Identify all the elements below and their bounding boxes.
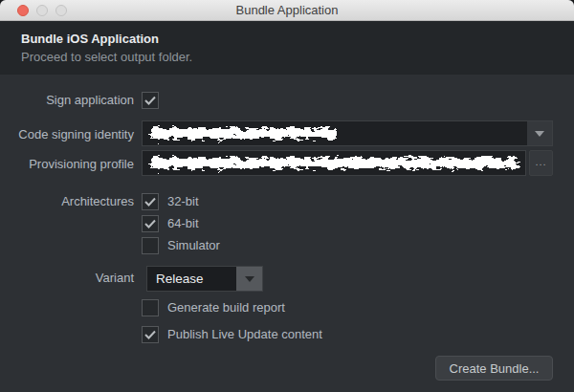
code-signing-identity-select[interactable] (142, 120, 553, 146)
window-title: Bundle Application (236, 3, 339, 17)
variant-value: Release (147, 272, 236, 286)
provisioning-profile-field[interactable] (142, 150, 526, 176)
zoom-button (55, 5, 67, 16)
arch-64bit-checkbox[interactable] (142, 215, 159, 232)
sign-application-checkbox[interactable] (142, 92, 159, 109)
dropdown-arrow-button[interactable] (527, 121, 552, 145)
titlebar[interactable]: Bundle Application (0, 0, 574, 21)
generate-build-report-label: Generate build report (167, 299, 285, 316)
arch-32bit-checkbox[interactable] (142, 193, 159, 210)
redacted-value-scribble (144, 122, 342, 144)
checkmark-icon (144, 197, 156, 207)
checkmark-icon (144, 330, 156, 339)
traffic-lights (17, 5, 67, 16)
form-area: Sign application Code signing identity P… (0, 75, 574, 392)
dialog-subtitle: Proceed to select output folder. (21, 48, 553, 66)
close-button[interactable] (17, 5, 29, 16)
redacted-value-scribble (144, 152, 523, 174)
code-signing-identity-label: Code signing identity (0, 126, 134, 143)
variant-select[interactable]: Release (146, 266, 263, 292)
checkmark-icon (144, 96, 156, 105)
browse-button[interactable]: ... (529, 150, 553, 176)
minimize-button (36, 5, 48, 16)
variant-label: Variant (0, 270, 134, 287)
publish-live-update-checkbox[interactable] (142, 326, 159, 343)
sign-application-label: Sign application (0, 92, 134, 109)
checkmark-icon (144, 219, 156, 229)
provisioning-profile-label: Provisioning profile (0, 156, 134, 173)
publish-live-update-label: Publish Live Update content (167, 326, 322, 343)
arch-simulator-label: Simulator (167, 237, 220, 254)
generate-build-report-checkbox[interactable] (142, 299, 159, 316)
architectures-label: Architectures (0, 193, 134, 210)
arch-32bit-label: 32-bit (167, 193, 199, 210)
arch-simulator-checkbox[interactable] (142, 237, 159, 254)
arch-64bit-label: 64-bit (167, 215, 199, 232)
dialog-header: Bundle iOS Application Proceed to select… (0, 21, 574, 75)
create-bundle-button[interactable]: Create Bundle... (435, 356, 553, 381)
bundle-application-dialog: Bundle Application Bundle iOS Applicatio… (0, 0, 574, 392)
dialog-title: Bundle iOS Application (21, 30, 553, 48)
dropdown-arrow-button[interactable] (236, 267, 262, 291)
chevron-down-icon (535, 131, 544, 137)
chevron-down-icon (245, 276, 254, 282)
